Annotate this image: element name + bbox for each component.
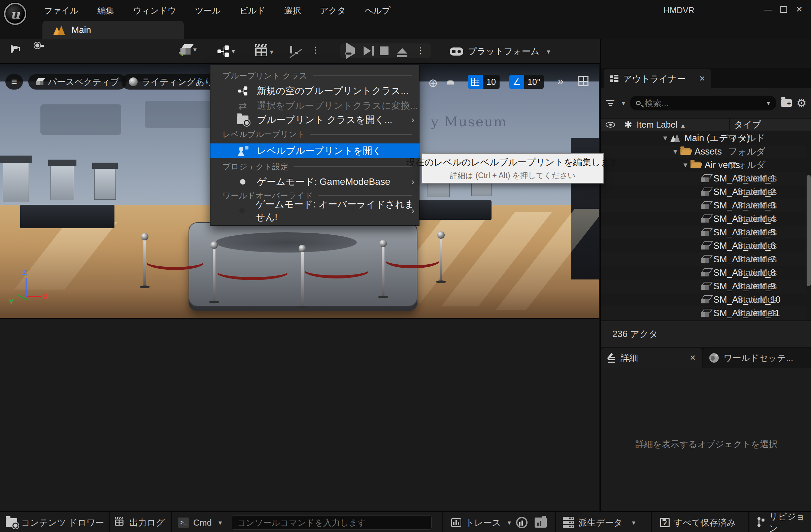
vr-goggles-icon xyxy=(346,52,352,55)
static-mesh-icon xyxy=(701,214,709,223)
surface-snapping-button[interactable]: ⊕ xyxy=(428,76,438,90)
menu-tools[interactable]: ツール xyxy=(195,5,220,16)
outliner-row[interactable]: SM_Air_vent_2StaticMes xyxy=(601,185,806,199)
menu-item-game-mode[interactable]: ゲームモード: GameModeBase › xyxy=(210,175,420,189)
menu-build[interactable]: ビルド xyxy=(239,5,265,16)
tab-outliner[interactable]: アウトライナー ✕ xyxy=(603,70,711,88)
viewport-menu-button[interactable]: ≡ xyxy=(5,74,23,90)
tab-details[interactable]: 詳細 ✕ xyxy=(601,348,702,368)
outliner-row[interactable]: SM_Air_vent_11StaticMes xyxy=(601,306,806,320)
outliner-search[interactable]: ▾ xyxy=(630,96,776,110)
details-tab-row: 詳細 ✕ ワールドセッテ... xyxy=(601,347,811,368)
platforms-dropdown[interactable]: プラットフォーム ▾ xyxy=(450,45,550,57)
insights-button[interactable] xyxy=(516,512,527,532)
outliner-scrollbar[interactable] xyxy=(807,175,811,286)
pin-column-header[interactable]: ✱ xyxy=(620,119,637,130)
details-empty-message: 詳細を表示するオブジェクトを選択 xyxy=(635,438,777,450)
toolbar-more-button[interactable]: ⋮ xyxy=(311,45,320,55)
display-pedestal-top xyxy=(48,159,76,166)
frame-skip-button[interactable] xyxy=(364,46,371,56)
filter-icon[interactable] xyxy=(606,99,614,107)
save-status-button[interactable]: すべて保存済み xyxy=(660,512,736,532)
maximize-viewport-button[interactable] xyxy=(578,76,588,86)
outliner-row-main[interactable]: ▼ Main (エディタ)ワールド xyxy=(601,131,806,145)
unreal-logo-icon[interactable]: u xyxy=(4,3,26,25)
chevron-down-icon: ▾ xyxy=(218,518,222,527)
menu-edit[interactable]: 編集 xyxy=(97,5,114,16)
add-folder-icon[interactable] xyxy=(781,99,792,107)
play-in-vr-button[interactable] xyxy=(346,48,355,54)
outliner-row[interactable]: SM_Air_vent_7StaticMes xyxy=(601,253,806,266)
editor-modes-button[interactable] xyxy=(290,47,292,53)
menu-item-open-blueprint-class[interactable]: ブループリント クラスを開く... › xyxy=(210,113,420,127)
snapshot-button[interactable] xyxy=(535,512,547,532)
column-divider[interactable] xyxy=(729,119,730,131)
derived-data-dropdown[interactable]: 派生データ ▾ xyxy=(563,512,635,532)
outliner-row[interactable]: SM_Air_vent_1StaticMes xyxy=(601,172,806,185)
grid-snapping-control[interactable]: 10 xyxy=(468,75,500,89)
chevron-down-icon[interactable]: ▾ xyxy=(622,99,625,107)
cmd-dropdown[interactable]: >_ Cmd ▾ xyxy=(178,512,222,532)
level-blueprint-icon xyxy=(237,146,248,156)
menu-select[interactable]: 選択 xyxy=(284,5,301,16)
stop-button[interactable] xyxy=(380,46,388,55)
save-icon xyxy=(11,45,13,53)
outliner-row[interactable]: SM_Air_vent_8StaticMes xyxy=(601,266,806,279)
add-actor-dropdown[interactable]: + ▾ xyxy=(181,44,197,55)
menu-item-convert-selection[interactable]: ⇄ 選択をブループリントクラスに変換... xyxy=(210,98,420,113)
chevron-down-icon[interactable]: ▾ xyxy=(767,99,770,107)
type-column-header[interactable]: タイプ xyxy=(734,119,761,131)
view-mode-dropdown[interactable]: ライティングあり xyxy=(122,74,221,90)
outliner-row[interactable]: SM_Air_vent_9StaticMes xyxy=(601,279,806,293)
trace-dropdown[interactable]: トレース ▾ xyxy=(451,512,511,532)
outliner-row[interactable]: SM_Air_vent_10StaticMes xyxy=(601,293,806,306)
outliner-row-airvents[interactable]: ▼ Air ventsフォルダ xyxy=(601,158,806,172)
outliner-row[interactable]: SM_Air_vent_3StaticMes xyxy=(601,199,806,212)
output-log-button[interactable]: 出力ログ xyxy=(113,512,165,532)
outliner-rows: ▼ Main (エディタ)ワールド ▼ Assetsフォルダ ▼ Air ven… xyxy=(601,131,811,321)
display-pedestal xyxy=(3,162,29,202)
gear-icon[interactable]: ⚙ xyxy=(797,96,807,110)
menu-window[interactable]: ウィンドウ xyxy=(133,5,176,16)
static-mesh-icon xyxy=(701,201,709,210)
save-level-button[interactable] xyxy=(11,46,13,52)
outliner-row[interactable]: SM_Air_vent_6StaticMes xyxy=(601,239,806,253)
static-mesh-icon xyxy=(701,174,709,183)
rotation-snapping-control[interactable]: ∠ 10° xyxy=(509,75,544,89)
revision-control-button[interactable]: リビジョン xyxy=(757,512,811,532)
wall-display xyxy=(41,104,121,135)
item-label-column-header[interactable]: Item Label ▲ xyxy=(637,120,686,130)
cinematics-dropdown[interactable]: ▾ xyxy=(255,47,273,56)
stanchion-post xyxy=(440,238,442,281)
outliner-row[interactable]: SM_Air_vent_5StaticMes xyxy=(601,226,806,239)
menu-item-open-level-blueprint[interactable]: レベルブループリントを開く xyxy=(210,143,420,158)
play-options-button[interactable]: ⋮ xyxy=(416,45,425,56)
minimize-button[interactable]: — xyxy=(761,3,776,16)
eject-button[interactable] xyxy=(397,48,407,54)
blueprints-dropdown[interactable]: ▾ xyxy=(217,45,235,57)
stanchion-post xyxy=(213,247,215,301)
menu-item-new-blueprint-class[interactable]: 新規の空のブループリントクラス... xyxy=(210,84,420,98)
static-mesh-icon xyxy=(701,241,709,250)
close-button[interactable]: ✕ xyxy=(792,3,807,16)
content-drawer-button[interactable]: コンテンツ ドロワー xyxy=(6,512,104,532)
menu-help[interactable]: ヘルプ xyxy=(365,5,391,16)
menu-file[interactable]: ファイル xyxy=(44,5,78,16)
folder-search-icon xyxy=(6,518,17,527)
close-icon[interactable]: ✕ xyxy=(690,353,696,362)
visibility-column-header[interactable] xyxy=(601,122,620,127)
outliner-search-input[interactable] xyxy=(645,98,760,108)
console-command-input[interactable] xyxy=(232,516,432,530)
outliner-row[interactable]: SM_Air_vent_4StaticMes xyxy=(601,212,806,226)
menu-item-game-mode-override[interactable]: ゲームモード: オーバーライドされません! › xyxy=(210,204,420,218)
menu-actor[interactable]: アクタ xyxy=(320,5,346,16)
viewport-toolbar-overflow[interactable]: » xyxy=(557,75,564,87)
save-check-icon xyxy=(660,518,670,527)
tab-main-level[interactable]: Main xyxy=(42,21,184,40)
maximize-button[interactable] xyxy=(776,3,792,16)
perspective-dropdown[interactable]: パースペクティブ xyxy=(28,74,126,90)
globe-icon xyxy=(709,353,719,363)
close-icon[interactable]: ✕ xyxy=(699,74,705,83)
outliner-row-assets[interactable]: ▼ Assetsフォルダ xyxy=(601,145,806,158)
tab-world-settings[interactable]: ワールドセッテ... xyxy=(703,348,811,368)
